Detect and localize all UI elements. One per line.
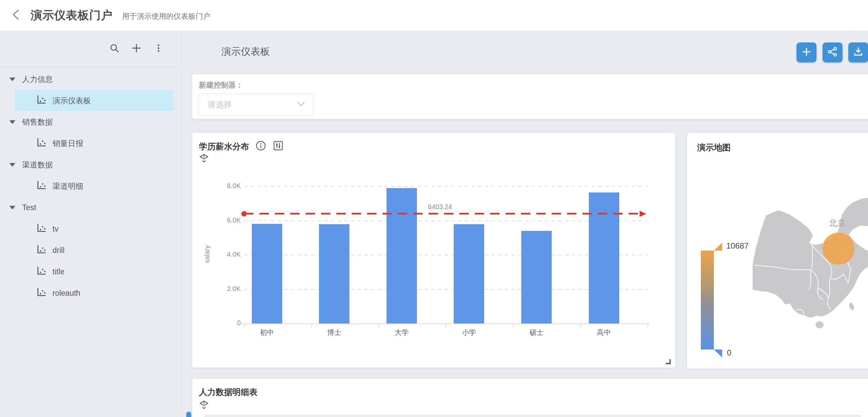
y-axis-tick-label: 4.0K [192, 251, 241, 258]
tree-item-label: 销量日报 [53, 138, 83, 149]
main-content: 演示仪表板 新建控制器： 请选择 [182, 31, 868, 417]
chart-icon [36, 94, 47, 107]
threshold-value-label: 6403.24 [413, 203, 467, 211]
x-axis-tick [513, 324, 514, 327]
threshold-dot [241, 211, 247, 217]
bar-初中[interactable] [252, 224, 282, 323]
back-button[interactable] [9, 8, 23, 23]
sidebar: 人力信息 演示仪表板 销售数据 销量日报 渠道数据 渠道明细 [0, 31, 182, 417]
map-title: 演示地图 [697, 142, 731, 153]
download-icon [852, 46, 864, 59]
tree-item-label: drill [53, 246, 65, 255]
legend-max-marker [714, 243, 722, 251]
x-axis-tick [446, 324, 446, 327]
more-menu-button[interactable] [152, 43, 164, 55]
x-axis-tick [378, 324, 379, 327]
bar-高中[interactable] [589, 192, 619, 323]
gridline-2.0K [244, 289, 648, 290]
bar-硕士[interactable] [521, 231, 552, 323]
download-button[interactable] [848, 42, 868, 63]
tree-item-sales-daily[interactable]: 销量日报 [14, 133, 174, 154]
bar-小学[interactable] [454, 224, 484, 323]
x-axis-category-label: 初中 [240, 328, 293, 337]
threshold-line [244, 213, 640, 215]
bar-大学[interactable] [386, 188, 417, 323]
x-axis-line [241, 323, 649, 324]
x-axis-category-label: 高中 [577, 328, 630, 337]
select-placeholder: 请选择 [208, 99, 297, 110]
bar-chart-plot: 8.0K6.0K4.0K2.0K0初中博士大学小学硕士高中6403.24sala… [192, 133, 675, 367]
share-icon [827, 46, 838, 59]
chart-icon [36, 222, 47, 235]
y-axis-title: salary [203, 245, 211, 263]
table-title: 人力数据明细表 [199, 387, 257, 397]
tree-group-label: 渠道数据 [22, 160, 53, 170]
search-icon [109, 43, 120, 55]
x-axis-category-label: 小学 [442, 328, 496, 337]
x-axis-tick [311, 324, 312, 327]
tree-item-tv[interactable]: tv [14, 218, 174, 239]
y-axis-tick-label: 6.0K [192, 217, 241, 224]
tree-item-label: 演示仪表板 [53, 96, 91, 106]
plus-icon [801, 46, 812, 59]
controller-select[interactable]: 请选择 [198, 94, 313, 116]
controller-panel: 新建控制器： 请选择 [192, 74, 868, 119]
chart-icon [36, 180, 47, 193]
tree-group-label: Test [22, 203, 36, 212]
dashboard-title: 演示仪表板 [221, 45, 270, 59]
y-axis-tick-label: 8.0K [192, 182, 241, 190]
share-button[interactable] [823, 42, 843, 63]
app-header: 演示仪表板门户 用于演示使用的仪表板门户 [0, 0, 868, 31]
tree-group-label: 人力信息 [22, 74, 53, 85]
chart-icon [36, 286, 47, 300]
tree-item-demo-dashboard[interactable]: 演示仪表板 [14, 90, 174, 111]
controller-label: 新建控制器： [199, 80, 868, 90]
bar-博士[interactable] [319, 224, 349, 323]
x-axis-tick [580, 324, 581, 327]
add-dashboard-button[interactable] [130, 43, 143, 55]
dashboard-header: 演示仪表板 [182, 31, 868, 72]
beijing-bubble[interactable] [823, 232, 855, 265]
x-axis-category-label: 硕士 [509, 328, 563, 337]
gridline-4.0K [244, 255, 648, 255]
portal-title: 演示仪表板门户 [31, 8, 113, 23]
caret-down-icon [9, 77, 16, 81]
legend-min-marker [714, 350, 722, 357]
tree-group-sales[interactable]: 销售数据 [0, 111, 181, 133]
map-card: 演示地图 [687, 133, 868, 368]
legend-min-value: 0 [727, 348, 731, 357]
x-axis-category-label: 大学 [375, 328, 428, 337]
tree-item-roleauth[interactable]: roleauth [14, 282, 174, 304]
tree-group-hr[interactable]: 人力信息 [0, 68, 181, 90]
tree-item-label: title [53, 267, 65, 276]
legend-max-value: 10687 [726, 241, 749, 251]
tree-item-label: 渠道明细 [53, 181, 83, 191]
tree-group-test[interactable]: Test [0, 197, 181, 218]
drill-down-icon[interactable] [199, 399, 209, 411]
search-button[interactable] [108, 43, 120, 55]
sidebar-toolbar [0, 31, 181, 67]
chart-icon [36, 137, 47, 150]
x-axis-tick [647, 324, 648, 327]
caret-down-icon [9, 206, 16, 210]
portal-subtitle: 用于演示使用的仪表板门户 [122, 11, 210, 21]
dashboard-tree: 人力信息 演示仪表板 销售数据 销量日报 渠道数据 渠道明细 [0, 67, 181, 304]
tree-item-channel-detail[interactable]: 渠道明细 [14, 175, 174, 197]
resize-handle[interactable] [666, 359, 671, 364]
table-header-strip [204, 415, 861, 417]
tree-group-channel[interactable]: 渠道数据 [0, 154, 181, 175]
tree-item-title[interactable]: title [14, 261, 174, 282]
china-map[interactable] [752, 194, 868, 348]
chevron-down-icon [297, 102, 305, 108]
chart-icon [36, 265, 47, 278]
tree-item-drill[interactable]: drill [14, 239, 174, 261]
gridline-6.0K [244, 221, 648, 221]
table-card: 人力数据明细表 [192, 379, 868, 417]
add-widget-button[interactable] [797, 42, 816, 63]
beijing-label: 北京 [829, 218, 846, 229]
plus-icon [131, 42, 142, 55]
threshold-arrow-icon [640, 211, 646, 217]
scroll-handle[interactable] [186, 412, 191, 417]
tree-item-label: roleauth [53, 289, 80, 298]
x-axis-tick [244, 324, 245, 327]
